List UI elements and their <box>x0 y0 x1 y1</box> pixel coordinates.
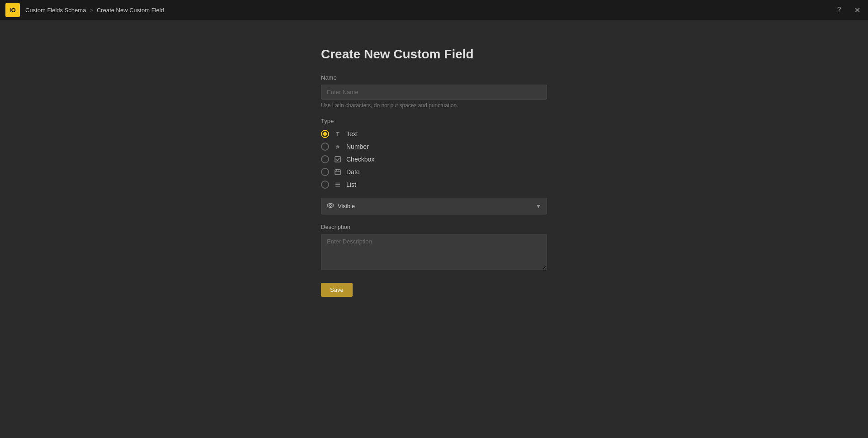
list-type-icon <box>334 181 342 189</box>
visibility-left: Visible <box>327 202 355 210</box>
help-button[interactable]: ? <box>834 5 844 15</box>
description-field-group: Description <box>321 224 547 272</box>
radio-list[interactable] <box>321 181 329 189</box>
svg-point-9 <box>335 184 336 185</box>
radio-date[interactable] <box>321 168 329 176</box>
type-date-label: Date <box>346 168 360 176</box>
type-checkbox-label: Checkbox <box>346 156 374 163</box>
titlebar-left: iO Custom Fields Schema > Create New Cus… <box>5 3 164 17</box>
name-input[interactable] <box>321 85 547 100</box>
svg-point-8 <box>335 183 336 184</box>
type-text-label: Text <box>346 130 358 138</box>
dropdown-arrow-icon: ▼ <box>536 203 541 209</box>
svg-point-11 <box>327 204 334 208</box>
page-title: Create New Custom Field <box>321 47 547 62</box>
svg-point-10 <box>335 186 336 187</box>
svg-rect-0 <box>335 157 340 162</box>
description-textarea[interactable] <box>321 234 547 270</box>
save-button[interactable]: Save <box>321 283 353 297</box>
type-option-list[interactable]: List <box>321 181 547 189</box>
breadcrumb: Custom Fields Schema > Create New Custom… <box>25 7 164 14</box>
name-hint: Use Latin characters, do not put spaces … <box>321 102 547 109</box>
description-label: Description <box>321 224 547 230</box>
type-option-date[interactable]: Date <box>321 168 547 176</box>
type-option-text[interactable]: T Text <box>321 130 547 138</box>
type-number-label: Number <box>346 143 369 150</box>
breadcrumb-current: Create New Custom Field <box>97 7 164 14</box>
breadcrumb-separator: > <box>90 7 93 14</box>
svg-point-12 <box>330 205 331 206</box>
titlebar: iO Custom Fields Schema > Create New Cus… <box>0 0 868 20</box>
eye-icon <box>327 202 334 210</box>
type-option-checkbox[interactable]: Checkbox <box>321 155 547 163</box>
form-container: Create New Custom Field Name Use Latin c… <box>321 47 547 297</box>
type-label: Type <box>321 118 547 124</box>
type-list-label: List <box>346 181 356 188</box>
radio-text[interactable] <box>321 130 329 138</box>
number-type-icon: # <box>334 143 342 151</box>
main-content: Create New Custom Field Name Use Latin c… <box>0 20 868 438</box>
app-logo: iO <box>5 3 20 17</box>
checkbox-type-icon <box>334 155 342 163</box>
radio-number[interactable] <box>321 143 329 151</box>
radio-checkbox[interactable] <box>321 155 329 163</box>
close-button[interactable]: ✕ <box>852 5 863 15</box>
type-field-group: Type T Text # Number <box>321 118 547 189</box>
svg-rect-1 <box>335 170 340 175</box>
visibility-label: Visible <box>338 203 355 209</box>
visibility-dropdown[interactable]: Visible ▼ <box>321 198 547 214</box>
type-option-number[interactable]: # Number <box>321 143 547 151</box>
text-type-icon: T <box>334 130 342 138</box>
date-type-icon <box>334 168 342 176</box>
name-label: Name <box>321 74 547 81</box>
breadcrumb-parent[interactable]: Custom Fields Schema <box>25 7 86 14</box>
radio-group: T Text # Number <box>321 130 547 189</box>
titlebar-right: ? ✕ <box>834 5 863 15</box>
name-field-group: Name Use Latin characters, do not put sp… <box>321 74 547 109</box>
